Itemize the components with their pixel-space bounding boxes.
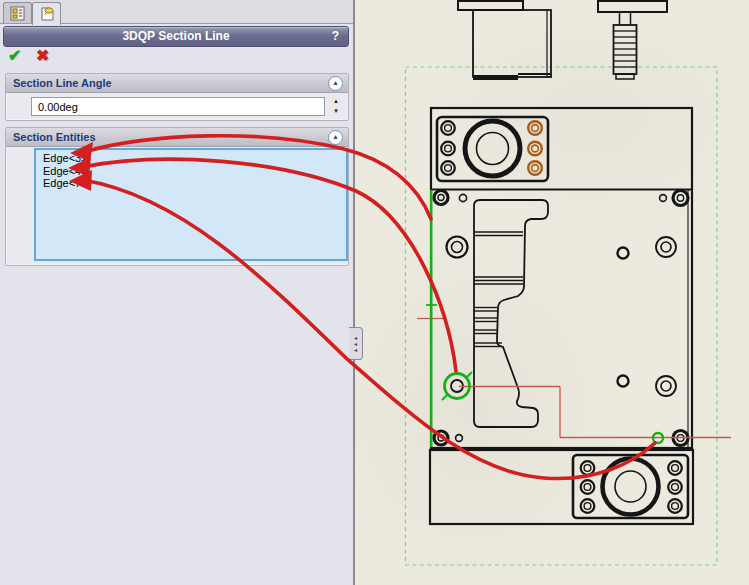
help-button[interactable]: ? bbox=[332, 27, 339, 45]
property-manager-icon bbox=[10, 6, 25, 21]
angle-input[interactable] bbox=[31, 97, 325, 116]
angle-spinner[interactable]: ▲ ▼ bbox=[331, 98, 341, 115]
panel-title: 3DQP Section Line bbox=[122, 29, 229, 43]
custom-tab-icon bbox=[39, 6, 55, 22]
app-window: 3DQP Section Line ? ✔ ✖ Section Line Ang… bbox=[0, 0, 749, 585]
collapse-arrow-icon: ◄ bbox=[353, 347, 358, 353]
tab-custom[interactable] bbox=[32, 2, 61, 25]
property-manager-panel: 3DQP Section Line ? ✔ ✖ Section Line Ang… bbox=[0, 0, 355, 585]
tab-property-manager[interactable] bbox=[3, 2, 32, 23]
group-section-line-angle: Section Line Angle ▲ ▲ ▼ bbox=[5, 73, 349, 121]
group-section-entities: Section Entities ▲ Edge<3> Edge<4> Edge<… bbox=[5, 127, 349, 266]
panel-collapse-grip[interactable]: ◄ ◄ ◄ bbox=[349, 327, 363, 360]
list-item[interactable]: Edge<4> bbox=[43, 165, 346, 178]
ok-button[interactable]: ✔ bbox=[8, 46, 21, 65]
cancel-button[interactable]: ✖ bbox=[36, 46, 49, 65]
group-title: Section Entities bbox=[13, 131, 96, 143]
graphics-area[interactable] bbox=[355, 0, 749, 585]
spinner-down-icon[interactable]: ▼ bbox=[331, 108, 341, 115]
panel-title-bar: 3DQP Section Line ? bbox=[3, 26, 349, 47]
spinner-up-icon[interactable]: ▲ bbox=[331, 98, 341, 105]
group-title: Section Line Angle bbox=[13, 77, 112, 89]
collapse-button[interactable]: ▲ bbox=[328, 76, 343, 91]
group-header-section-entities[interactable]: Section Entities ▲ bbox=[6, 128, 348, 147]
collapse-button[interactable]: ▲ bbox=[328, 130, 343, 145]
panel-tab-bar bbox=[0, 0, 353, 24]
list-item[interactable]: Edge<7> bbox=[43, 177, 346, 190]
group-header-section-line-angle[interactable]: Section Line Angle ▲ bbox=[6, 74, 348, 93]
list-item[interactable]: Edge<3> bbox=[43, 152, 346, 165]
section-entities-listbox[interactable]: Edge<3> Edge<4> Edge<7> bbox=[34, 148, 348, 261]
